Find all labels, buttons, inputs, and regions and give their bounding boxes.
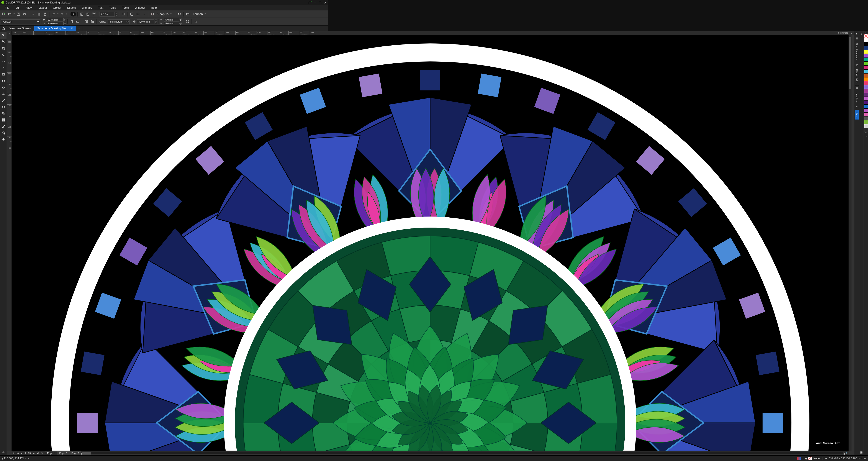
fullscreen-preview-button[interactable]	[121, 11, 126, 17]
shape-tool[interactable]	[0, 39, 6, 45]
publish-pdf-button[interactable]: PDF▾	[91, 11, 97, 17]
parallel-dimension-tool[interactable]	[0, 97, 6, 104]
print-button[interactable]	[22, 11, 27, 17]
minimize-button[interactable]: ─	[314, 1, 316, 4]
interactive-fill-tool[interactable]	[0, 130, 6, 136]
welcome-tab-label: Welcome Screen	[9, 27, 31, 30]
nudge-distance-input[interactable]	[137, 19, 154, 24]
ellipse-tool[interactable]	[0, 78, 6, 84]
connector-tool[interactable]	[0, 104, 6, 110]
drop-shadow-tool[interactable]	[0, 110, 6, 117]
artistic-media-tool[interactable]	[0, 65, 6, 71]
svg-rect-17	[85, 21, 86, 23]
page-width-input[interactable]	[46, 18, 64, 22]
undo-dropdown[interactable]: ▼	[57, 13, 59, 15]
menu-tools[interactable]: Tools	[119, 6, 132, 10]
menu-file[interactable]: File	[2, 6, 12, 10]
undo-button[interactable]: ↶	[51, 11, 56, 17]
current-page-button[interactable]	[90, 19, 95, 25]
menu-object[interactable]: Object	[50, 6, 64, 10]
menu-bar: FileEditViewLayoutObjectEffectsBitmapsTe…	[0, 5, 328, 10]
show-rulers-button[interactable]	[129, 11, 135, 17]
transparency-tool[interactable]	[0, 117, 6, 123]
new-tab-button[interactable]: +	[76, 26, 83, 31]
landscape-button[interactable]	[75, 19, 81, 25]
welcome-tab[interactable]: Welcome Screen	[6, 26, 34, 31]
svg-rect-26	[2, 106, 3, 107]
svg-rect-14	[187, 13, 189, 15]
snap-off-button[interactable]	[150, 11, 155, 17]
zoom-level-input[interactable]	[99, 12, 115, 17]
home-tab-icon[interactable]	[0, 26, 6, 31]
duplicate-x-input[interactable]	[164, 18, 179, 22]
svg-rect-27	[4, 106, 5, 107]
cloud-icon[interactable]: ▢+	[308, 1, 311, 4]
svg-rect-21	[186, 21, 188, 23]
add-preset-button[interactable]: ⊕	[193, 19, 199, 25]
document-tab-label: Symmetry Drawing Mod...	[37, 27, 70, 30]
menu-edit[interactable]: Edit	[12, 6, 23, 10]
svg-point-36	[4, 133, 5, 134]
snap-to-button[interactable]: Snap To ▼	[156, 11, 174, 17]
vertical-ruler[interactable]: 130140150160170180190200210220230	[7, 35, 12, 174]
redo-button[interactable]: ↷	[59, 11, 65, 17]
svg-point-25	[2, 80, 5, 82]
menu-view[interactable]: View	[23, 6, 35, 10]
cut-button[interactable]: ✂	[30, 11, 36, 17]
menu-text[interactable]: Text	[95, 6, 106, 10]
launch-label: Launch	[193, 12, 203, 16]
svg-rect-5	[24, 13, 25, 14]
duplicate-y-input[interactable]	[164, 22, 179, 25]
menu-help[interactable]: Help	[148, 6, 160, 10]
all-pages-button[interactable]	[84, 19, 89, 25]
document-tab-active[interactable]: Symmetry Drawing Mod...✕	[34, 26, 76, 31]
menu-window[interactable]: Window	[132, 6, 148, 10]
menu-layout[interactable]: Layout	[35, 6, 50, 10]
show-grid-button[interactable]	[135, 11, 141, 17]
close-button[interactable]: ✕	[324, 1, 327, 4]
new-button[interactable]	[1, 11, 6, 17]
title-bar: CorelDRAW 2018 (64-Bit) - Symmetry Drawi…	[0, 0, 328, 5]
redo-dropdown[interactable]: ▼	[65, 13, 68, 15]
launch-button[interactable]: Launch ▼	[191, 11, 208, 17]
svg-rect-20	[93, 21, 93, 23]
units-select[interactable]: millimeters	[108, 19, 129, 24]
save-button[interactable]	[16, 11, 21, 17]
rectangle-tool[interactable]	[0, 71, 6, 78]
svg-rect-44	[195, 146, 224, 174]
page-height-input[interactable]	[46, 22, 64, 25]
pick-tool[interactable]	[0, 32, 6, 39]
svg-rect-16	[76, 21, 79, 22]
drawing-canvas[interactable]: Ariel Garaza Diaz	[12, 35, 328, 174]
search-content-button[interactable]: ✦	[70, 12, 76, 17]
menu-bitmaps[interactable]: Bitmaps	[79, 6, 95, 10]
copy-button[interactable]	[36, 11, 42, 17]
page-preset-select[interactable]: Custom	[1, 19, 40, 24]
polygon-tool[interactable]	[0, 84, 6, 91]
treat-as-filled-button[interactable]	[185, 19, 190, 25]
horizontal-ruler[interactable]: -20-100102030405060708090100110120130140…	[12, 31, 328, 35]
maximize-button[interactable]: ▢	[319, 1, 321, 4]
svg-rect-29	[3, 113, 5, 115]
menu-effects[interactable]: Effects	[64, 6, 79, 10]
zoom-tool[interactable]	[0, 52, 6, 58]
text-tool[interactable]	[0, 91, 6, 97]
show-guidelines-button[interactable]	[141, 11, 147, 17]
export-button[interactable]	[85, 11, 91, 17]
options-button[interactable]: ⚙	[177, 11, 182, 17]
open-button[interactable]	[7, 11, 12, 17]
open-dropdown[interactable]: ▼	[13, 13, 15, 15]
ruler-origin[interactable]: ↘	[7, 31, 12, 35]
paste-button[interactable]	[42, 11, 48, 17]
eyedropper-tool[interactable]	[0, 123, 6, 130]
portrait-button[interactable]	[69, 19, 74, 25]
tab-close-icon[interactable]: ✕	[71, 27, 73, 30]
app-launcher-icon[interactable]	[185, 11, 191, 17]
property-bar: Custom �↔▲▼ ⇕▲▼ Units: millimeters ✥ ▲▼ …	[0, 18, 328, 26]
import-button[interactable]	[79, 11, 85, 17]
menu-table[interactable]: Table	[106, 6, 119, 10]
smart-fill-tool[interactable]	[0, 136, 6, 143]
svg-point-22	[4, 42, 4, 43]
freehand-tool[interactable]	[0, 58, 6, 65]
crop-tool[interactable]	[0, 45, 6, 52]
